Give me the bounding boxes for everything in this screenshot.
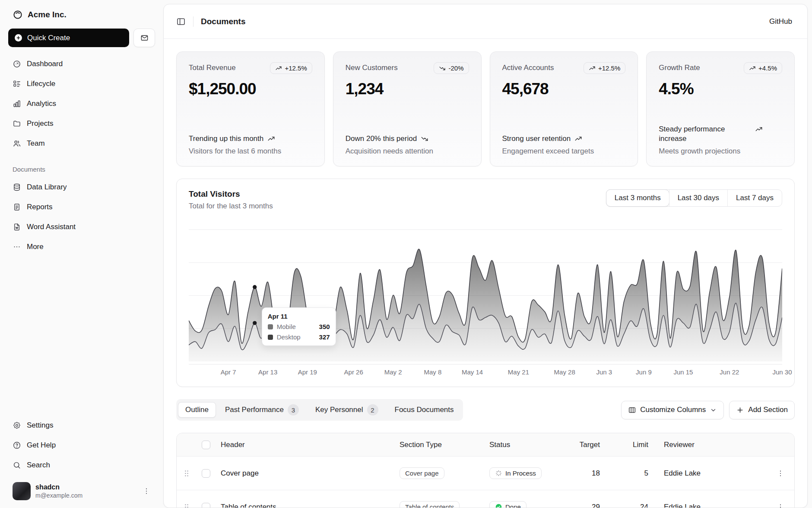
select-all-checkbox[interactable] bbox=[202, 441, 210, 449]
row-checkbox[interactable] bbox=[202, 469, 210, 478]
tab-focus-documents[interactable]: Focus Documents bbox=[387, 402, 461, 418]
stat-footer-sub: Acquisition needs attention bbox=[346, 147, 469, 156]
sidebar-item-data-library[interactable]: Data Library bbox=[8, 177, 155, 197]
x-tick: Apr 7 bbox=[221, 368, 236, 376]
series-value: 350 bbox=[319, 323, 330, 330]
main-panel: Documents GitHub Total Revenue +12.5% $1… bbox=[163, 4, 808, 508]
label-label: Word Assistant bbox=[27, 223, 76, 231]
report-icon bbox=[13, 203, 21, 211]
dots-vertical-icon[interactable] bbox=[142, 487, 151, 495]
row-limit: 5 bbox=[610, 469, 659, 478]
table-toolbar: Outline Past Performance 3 Key Personnel… bbox=[176, 399, 795, 421]
total-visitors-card: Total Visitors Total for the last 3 mont… bbox=[176, 179, 795, 387]
chart-header: Total Visitors Total for the last 3 mont… bbox=[189, 189, 782, 211]
x-tick: Apr 13 bbox=[258, 368, 277, 376]
range-last-3-months[interactable]: Last 3 months bbox=[606, 189, 669, 207]
stat-card-total-revenue: Total Revenue +12.5% $1,250.00 Trending … bbox=[176, 51, 325, 166]
row-header[interactable]: Table of contents bbox=[216, 503, 394, 508]
stat-footer: Trending up this month Visitors for the … bbox=[189, 134, 312, 156]
stat-footer-main: Trending up this month bbox=[189, 134, 312, 144]
add-section-button[interactable]: Add Section bbox=[729, 401, 795, 419]
sidebar-item-team[interactable]: Team bbox=[8, 134, 155, 153]
sidebar-item-search[interactable]: Search bbox=[8, 455, 155, 475]
tooltip-row: Mobile 350 bbox=[268, 323, 330, 330]
table-row-table-of-contents[interactable]: Table of contents Table of contents Done… bbox=[177, 490, 794, 508]
label-label: Lifecycle bbox=[27, 80, 55, 88]
x-tick: Jun 22 bbox=[720, 368, 739, 376]
row-menu-button[interactable] bbox=[776, 503, 785, 508]
sidebar-toggle-button[interactable] bbox=[176, 17, 186, 26]
x-tick: May 14 bbox=[462, 368, 483, 376]
sidebar-item-projects[interactable]: Projects bbox=[8, 114, 155, 134]
database-icon bbox=[13, 183, 21, 192]
stat-title: Total Revenue bbox=[189, 62, 236, 72]
search-icon bbox=[13, 461, 21, 470]
stat-footer-main: Steady performance increase bbox=[659, 125, 782, 144]
sidebar-item-settings[interactable]: Settings bbox=[8, 415, 155, 435]
chart-plot-area[interactable]: Apr 11 Mobile 350 Desktop 327 bbox=[189, 222, 782, 364]
x-axis-ticks: Apr 7Apr 13Apr 19Apr 26May 2May 8May 14M… bbox=[189, 368, 782, 379]
customize-columns-button[interactable]: Customize Columns bbox=[621, 401, 724, 419]
github-link[interactable]: GitHub bbox=[767, 17, 795, 26]
row-checkbox[interactable] bbox=[202, 503, 210, 508]
stat-footer-main: Down 20% this period bbox=[346, 134, 469, 144]
inbox-button[interactable] bbox=[133, 29, 155, 47]
trend-badge-value: +4.5% bbox=[758, 64, 777, 72]
time-range-toggle: Last 3 monthsLast 30 daysLast 7 days bbox=[606, 189, 782, 207]
page-title: Documents bbox=[201, 17, 245, 26]
stat-value: 45,678 bbox=[502, 80, 626, 98]
stat-card-top: Total Revenue +12.5% bbox=[189, 62, 312, 74]
quick-create-row: Quick Create bbox=[8, 29, 155, 47]
brand[interactable]: Acme Inc. bbox=[8, 6, 155, 23]
sidebar-item-word-assistant[interactable]: Word Assistant bbox=[8, 217, 155, 237]
row-limit: 24 bbox=[610, 503, 659, 508]
sidebar-item-analytics[interactable]: Analytics bbox=[8, 94, 155, 114]
user-menu[interactable]: shadcn m@example.com bbox=[8, 479, 155, 501]
trending-up-icon bbox=[589, 65, 596, 72]
x-tick: May 28 bbox=[554, 368, 575, 376]
trending-down-icon bbox=[439, 65, 446, 72]
topbar: Documents GitHub bbox=[164, 4, 807, 39]
range-last-7-days[interactable]: Last 7 days bbox=[727, 190, 782, 206]
series-swatch bbox=[268, 324, 273, 329]
footer-main-label: Strong user retention bbox=[502, 134, 571, 144]
table-row-cover-page[interactable]: Cover page Cover page In Process 18 5 Ed… bbox=[177, 457, 794, 490]
tab-outline[interactable]: Outline bbox=[178, 402, 216, 418]
customize-columns-label: Customize Columns bbox=[640, 406, 706, 414]
label-label: Data Library bbox=[27, 183, 67, 192]
label-label: Reports bbox=[27, 203, 53, 211]
chart-subtitle: Total for the last 3 months bbox=[189, 202, 273, 211]
row-header[interactable]: Cover page bbox=[216, 469, 394, 478]
stat-value: $1,250.00 bbox=[189, 80, 312, 98]
drag-handle[interactable] bbox=[182, 502, 191, 508]
sidebar-item-get-help[interactable]: Get Help bbox=[8, 435, 155, 455]
x-tick: May 2 bbox=[384, 368, 402, 376]
drag-handle[interactable] bbox=[182, 469, 191, 478]
stat-title: Growth Rate bbox=[659, 62, 700, 72]
row-menu-button[interactable] bbox=[776, 469, 785, 478]
trend-badge: +12.5% bbox=[584, 62, 625, 74]
label-label: Last 7 days bbox=[736, 194, 774, 202]
help-icon bbox=[13, 441, 21, 450]
footer-main-label: Steady performance increase bbox=[659, 125, 751, 144]
mail-icon bbox=[140, 34, 149, 42]
sidebar-item-reports[interactable]: Reports bbox=[8, 197, 155, 217]
table-body: Cover page Cover page In Process 18 5 Ed… bbox=[177, 457, 794, 508]
nav-secondary: Settings Get Help Search bbox=[8, 415, 155, 475]
row-target: 18 bbox=[569, 469, 610, 478]
sidebar-item-lifecycle[interactable]: Lifecycle bbox=[8, 74, 155, 94]
range-last-30-days[interactable]: Last 30 days bbox=[669, 190, 727, 206]
quick-create-button[interactable]: Quick Create bbox=[8, 29, 129, 47]
label-label: Team bbox=[27, 139, 45, 148]
trend-badge: +4.5% bbox=[744, 62, 782, 74]
users-icon bbox=[13, 139, 21, 148]
stat-card-growth-rate: Growth Rate +4.5% 4.5% Steady performanc… bbox=[646, 51, 795, 166]
trend-badge-value: +12.5% bbox=[598, 64, 620, 72]
column-section-type: Section Type bbox=[394, 441, 484, 449]
tab-past-performance[interactable]: Past Performance 3 bbox=[218, 401, 306, 419]
sidebar-item-dashboard[interactable]: Dashboard bbox=[8, 54, 155, 74]
series-label: Mobile bbox=[277, 323, 296, 330]
sidebar-item-more[interactable]: More bbox=[8, 237, 155, 257]
column-target: Target bbox=[569, 441, 610, 449]
tab-key-personnel[interactable]: Key Personnel 2 bbox=[308, 401, 386, 419]
